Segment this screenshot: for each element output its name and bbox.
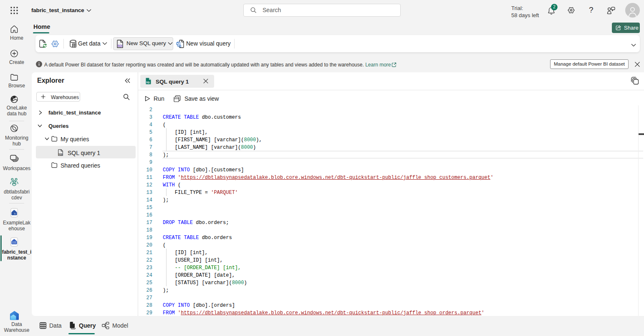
svg-text:SQL: SQL (146, 81, 150, 84)
svg-text:SQL: SQL (58, 153, 63, 155)
svg-text:2: 2 (553, 5, 556, 9)
svg-text:SQL: SQL (118, 44, 123, 48)
